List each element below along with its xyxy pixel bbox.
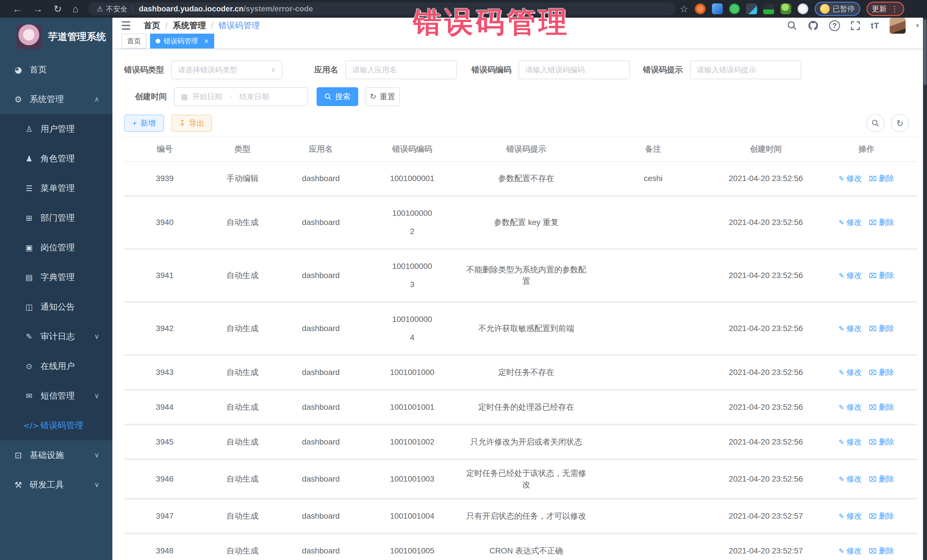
cell-actions: ✎ 修改⌧ 删除 [816, 425, 917, 459]
delete-link[interactable]: ⌧ 删除 [869, 546, 894, 555]
bookmark-star-icon[interactable]: ☆ [680, 3, 688, 15]
edit-icon: ✎ [839, 475, 844, 483]
font-size-icon[interactable]: tT [871, 21, 879, 30]
sidebar-item[interactable]: ▤ 字典管理 [0, 262, 112, 292]
cell-msg: 参数配置 key 重复 [462, 196, 590, 249]
sidebar-item[interactable]: ⊙ 在线用户 [0, 351, 112, 381]
search-button[interactable]: 搜索 [317, 87, 358, 106]
delete-link[interactable]: ⌧ 删除 [869, 368, 894, 377]
filter-msg-input[interactable]: 请输入错误码提示 [690, 61, 801, 79]
profile-paused-badge[interactable]: 已暂停 [815, 2, 860, 16]
delete-link[interactable]: ⌧ 删除 [869, 438, 894, 446]
extension-icon-puzzle[interactable] [798, 3, 808, 14]
dashboard-icon: ◕ [12, 65, 24, 75]
edit-icon: ✎ [839, 369, 844, 376]
date-range-picker[interactable]: ▦ 开始日期 - 结束日期 [174, 87, 308, 106]
delete-link[interactable]: ⌧ 删除 [869, 174, 894, 183]
extension-icon-blue-gem[interactable] [712, 3, 723, 14]
browser-forward-icon[interactable]: → [33, 3, 43, 15]
tag-close-icon[interactable]: × [204, 37, 208, 46]
browser-back-icon[interactable]: ← [12, 3, 22, 15]
delete-link[interactable]: ⌧ 删除 [869, 271, 894, 280]
cell-time: 2021-04-20 23:52:56 [716, 425, 816, 459]
reset-button[interactable]: ↻ 重置 [365, 87, 400, 106]
breadcrumb-system[interactable]: 系统管理 [173, 20, 206, 31]
edit-link[interactable]: ✎ 修改 [839, 368, 862, 377]
github-icon[interactable] [807, 20, 819, 31]
avatar-dropdown-caret-icon[interactable]: ▾ [916, 22, 919, 29]
scrollbar-thumb[interactable] [924, 20, 926, 85]
browser-reload-icon[interactable]: ↻ [54, 3, 62, 15]
edit-link[interactable]: ✎ 修改 [839, 403, 862, 411]
filter-app-input[interactable]: 请输入应用名 [345, 61, 457, 79]
extension-icon-green-check[interactable] [729, 3, 740, 14]
cell-type: 自动生成 [205, 425, 280, 459]
refresh-table-button[interactable]: ↻ [891, 114, 909, 132]
sidebar-item[interactable]: ☰ 菜单管理 [0, 173, 112, 203]
cell-time: 2021-04-20 23:52:56 [716, 196, 816, 249]
filter-type-select[interactable]: 请选择错误码类型 ∨ [171, 61, 283, 79]
extension-icon-orange[interactable] [695, 3, 706, 14]
show-search-toggle-button[interactable] [866, 114, 884, 132]
help-icon[interactable]: ? [829, 20, 840, 31]
sidebar-item[interactable]: ▣ 岗位管理 [0, 233, 112, 262]
edit-link[interactable]: ✎ 修改 [839, 475, 862, 483]
delete-link[interactable]: ⌧ 删除 [869, 218, 894, 227]
reset-icon: ↻ [370, 92, 377, 101]
cell-msg: 只有开启状态的任务，才可以修改 [462, 499, 590, 533]
sidebar-item[interactable]: ⚒ 研发工具 ∨ [0, 470, 112, 499]
edit-link[interactable]: ✎ 修改 [839, 174, 862, 183]
add-button[interactable]: + 新增 [124, 115, 164, 132]
not-secure-label: 不安全 [106, 4, 127, 14]
edit-link[interactable]: ✎ 修改 [839, 324, 862, 333]
sidebar-item-label: 短信管理 [41, 390, 75, 402]
delete-link[interactable]: ⌧ 删除 [869, 403, 894, 411]
export-button[interactable]: ↧ 导出 [172, 115, 212, 132]
delete-link[interactable]: ⌧ 删除 [869, 324, 894, 333]
breadcrumb-home[interactable]: 首页 [144, 20, 160, 31]
sidebar-toggle-icon[interactable]: ☰ [121, 19, 131, 32]
tag-error-code[interactable]: 错误码管理 × [150, 33, 214, 49]
sidebar-item-label: 用户管理 [41, 123, 75, 135]
cell-time: 2021-04-20 23:52:56 [716, 249, 816, 302]
browser-menu-icon[interactable]: ⋮ [891, 4, 899, 14]
cell-id: 3941 [124, 249, 205, 302]
edit-link[interactable]: ✎ 修改 [839, 218, 862, 227]
filter-code-label: 错误码编码 [471, 64, 511, 75]
sidebar-item[interactable]: ⊞ 部门管理 [0, 203, 112, 233]
filter-code-input[interactable]: 请输入错误码编码 [518, 61, 630, 79]
browser-home-icon[interactable]: ⌂ [73, 3, 79, 15]
address-bar[interactable]: ⚠ 不安全 dashboard.yudao.iocoder.cn /system… [88, 2, 676, 15]
extension-icon-grid[interactable] [746, 3, 757, 14]
fullscreen-icon[interactable] [850, 21, 860, 31]
sidebar-item[interactable]: ♟ 角色管理 [0, 144, 112, 173]
edit-link[interactable]: ✎ 修改 [839, 438, 862, 446]
sidebar-item[interactable]: ◕ 首页 [0, 55, 112, 84]
table-row: 3939 手动编辑 dashboard 1001000001 参数配置不存在 c… [124, 162, 917, 196]
user-avatar[interactable] [890, 18, 906, 33]
search-icon[interactable] [787, 21, 797, 31]
tag-home[interactable]: 首页 [122, 33, 147, 49]
profile-avatar-emoji [820, 4, 830, 14]
trash-icon: ⌧ [869, 547, 877, 555]
delete-link[interactable]: ⌧ 删除 [869, 512, 894, 521]
extension-icon-on-badge[interactable] [763, 3, 774, 14]
sidebar-item[interactable]: ⊡ 基础设施 ∨ [0, 440, 112, 470]
sidebar-item[interactable]: ♙ 用户管理 [0, 114, 112, 144]
browser-update-button[interactable]: 更新 ⋮ [866, 2, 904, 16]
edit-link[interactable]: ✎ 修改 [839, 271, 862, 280]
edit-link[interactable]: ✎ 修改 [839, 546, 862, 555]
scrollbar[interactable] [923, 18, 927, 560]
cell-id: 3943 [124, 355, 205, 390]
sidebar-item[interactable]: </> 错误码管理 [0, 411, 112, 440]
sidebar-item[interactable]: ✎ 审计日志 ∨ [0, 322, 112, 351]
chevron-icon: ∨ [94, 481, 99, 489]
sidebar-item[interactable]: ◫ 通知公告 [0, 292, 112, 322]
edit-link[interactable]: ✎ 修改 [839, 512, 862, 521]
sidebar-item[interactable]: ⚙ 系统管理 ∧ [0, 84, 112, 114]
address-divider [132, 5, 133, 13]
sidebar-item[interactable]: ✉ 短信管理 ∨ [0, 381, 112, 411]
delete-link[interactable]: ⌧ 删除 [869, 475, 894, 483]
extension-icon-green-mascot[interactable] [780, 3, 791, 14]
app-logo-row[interactable]: 芋道管理系统 [0, 18, 112, 55]
